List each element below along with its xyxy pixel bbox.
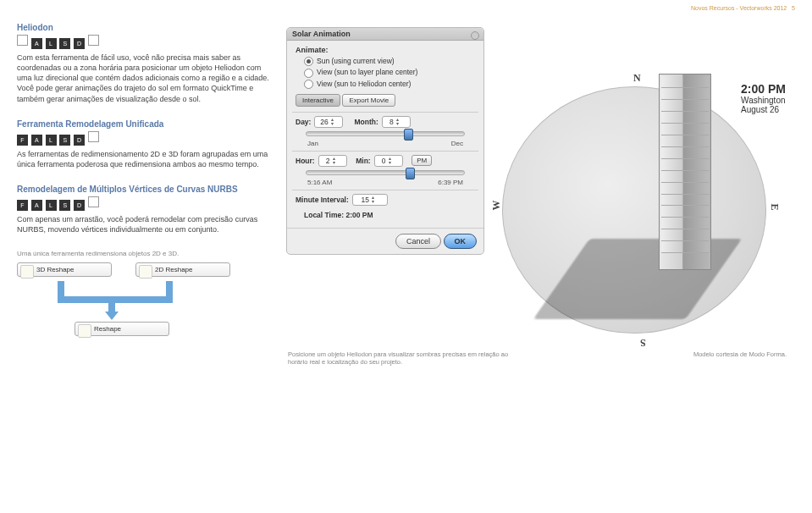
slider-thumb[interactable] (406, 168, 415, 179)
ampm-toggle[interactable]: PM (412, 155, 432, 166)
badge: S (59, 135, 70, 146)
radio-view-heliodon[interactable]: View (sun to Heliodon center) (304, 80, 475, 89)
hour-stepper[interactable]: 2 (318, 155, 347, 167)
hour-slider[interactable] (306, 170, 465, 175)
slider-thumb[interactable] (404, 129, 413, 141)
heliodon-scene: N E S W 2:00 PM Washington August 26 (489, 23, 786, 361)
radio-view-layer[interactable]: View (sun to layer plane center) (304, 68, 475, 77)
divider (292, 190, 478, 190)
page-number: 5 (792, 5, 795, 11)
badge (88, 196, 99, 207)
radio-icon (304, 57, 313, 66)
badge (88, 131, 99, 142)
min-stepper[interactable]: 0 (374, 155, 403, 167)
hour-value: 2 (326, 157, 330, 165)
arrow (58, 296, 173, 303)
reshape-2d-label: 2D Reshape (155, 266, 192, 273)
month-label: Month: (354, 118, 378, 126)
reshape-text: As ferramentas de redimensionamento 2D e… (17, 149, 271, 169)
badge: L (46, 135, 57, 146)
reshape-2d-box: 2D Reshape (135, 262, 230, 277)
ok-button[interactable]: OK (444, 234, 478, 249)
radio-label: View (sun to layer plane center) (317, 68, 417, 76)
badge (17, 35, 28, 46)
compass-w: W (490, 201, 503, 211)
scene-date: August 26 (741, 105, 786, 114)
panel-close-icon[interactable] (471, 31, 479, 40)
nurbs-title: Remodelagem de Múltiplos Vértices de Cur… (17, 185, 271, 194)
arrow-head-icon (105, 312, 119, 320)
nurbs-text: Com apenas um arrastão, você poderá remo… (17, 214, 271, 234)
panel-title-text: Solar Animation (292, 30, 351, 38)
month-stepper[interactable]: 8 (382, 116, 411, 128)
badge: A (31, 135, 42, 146)
month-slider[interactable] (306, 131, 465, 136)
reshape-diagram: 3D Reshape 2D Reshape Reshape (17, 262, 271, 339)
page-header: Novos Recursos - Vectorworks 2012 5 (0, 0, 812, 13)
badge: F (17, 135, 28, 146)
badge: D (74, 38, 85, 49)
badge: D (74, 135, 85, 146)
badge: L (46, 200, 57, 211)
heliodon-text: Com esta ferramenta de fácil uso, você n… (17, 52, 271, 104)
day-stepper[interactable]: 26 (314, 116, 343, 128)
local-label: Local Time: (304, 211, 344, 219)
compass-e: E (768, 203, 781, 210)
interval-value: 15 (362, 196, 369, 204)
radio-label: View (sun to Heliodon center) (317, 80, 411, 88)
arrow (166, 281, 173, 303)
solar-animation-panel: Solar Animation Animate: Sun (using curr… (286, 27, 484, 255)
compass-n: N (633, 72, 641, 85)
scene-time: 2:00 PM (741, 82, 786, 96)
reshape-icon (139, 265, 152, 279)
reshape-title: Ferramenta Remodelagem Unificada (17, 119, 271, 129)
divider (292, 151, 478, 152)
hour-min: 5:16 AM (307, 179, 332, 186)
badge: A (31, 200, 42, 211)
stepper-arrows-icon (331, 118, 338, 126)
badge: F (17, 200, 28, 211)
nurbs-badges: F A L S D (17, 196, 271, 211)
day-label: Day: (296, 118, 311, 126)
interval-stepper[interactable]: 15 (352, 194, 388, 206)
radio-icon (304, 69, 313, 78)
radio-sun[interactable]: Sun (using current view) (304, 57, 475, 66)
tab-interactive[interactable]: Interactive (296, 94, 340, 107)
min-value: 0 (382, 157, 386, 165)
reshape-caption: Uma única ferramenta redimensiona objeto… (17, 250, 271, 257)
reshape-merged-box: Reshape (75, 322, 169, 336)
radio-label: Sun (using current view) (317, 57, 395, 65)
badge: S (59, 200, 70, 211)
reshape-icon (20, 265, 34, 279)
tab-export[interactable]: Export Movie (342, 94, 395, 107)
tabs: Interactive Export Movie (296, 94, 475, 107)
month-min: Jan (307, 140, 318, 147)
reshape-3d-box: 3D Reshape (17, 262, 112, 277)
building (659, 74, 720, 277)
badge: A (31, 38, 42, 49)
month-value: 8 (389, 118, 394, 126)
stepper-arrows-icon (396, 118, 403, 126)
panel-title: Solar Animation (287, 28, 483, 41)
badge: L (46, 38, 57, 49)
reshape-badges: F A L S D (17, 131, 271, 146)
badge: S (59, 38, 70, 49)
reshape-3d-label: 3D Reshape (36, 266, 74, 273)
animate-label: Animate: (296, 46, 475, 54)
compass-s: S (640, 336, 646, 349)
interval-label: Minute Interval: (296, 196, 349, 204)
right-column: Solar Animation Animate: Sun (using curr… (286, 23, 795, 339)
stepper-arrows-icon (372, 196, 378, 204)
left-column: Heliodon A L S D Com esta ferramenta de … (17, 23, 271, 339)
radio-icon (304, 80, 313, 89)
local-time: Local Time: 2:00 PM (304, 211, 475, 219)
cancel-button[interactable]: Cancel (395, 234, 441, 249)
hour-max: 6:39 PM (438, 179, 463, 186)
arrow (58, 281, 64, 296)
arrow (108, 296, 115, 313)
divider (292, 112, 478, 113)
day-value: 26 (320, 118, 328, 126)
reshape-icon (78, 324, 91, 338)
scene-city: Washington (741, 96, 786, 105)
stepper-arrows-icon (333, 157, 340, 165)
